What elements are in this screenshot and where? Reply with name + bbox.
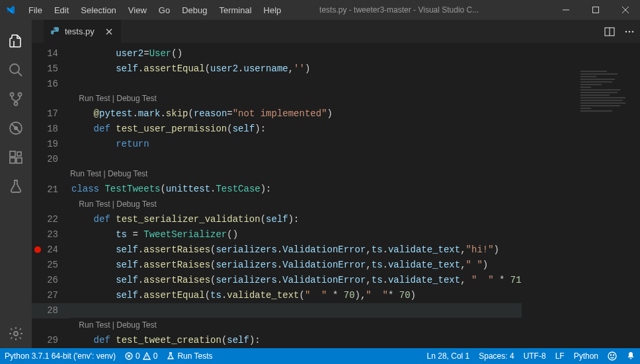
settings-gear-icon[interactable] [0,319,32,348]
window-title: tests.py - tweeter3-master - Visual Stud… [287,5,551,15]
tab-close-icon[interactable] [104,26,114,37]
svg-point-4 [15,102,18,106]
breakpoint-icon[interactable] [34,246,41,253]
minimap[interactable] [578,69,631,149]
svg-rect-7 [10,151,15,157]
debug-icon[interactable] [0,114,32,143]
window-controls [551,0,640,20]
codelens[interactable]: Run Test | Debug Test [70,318,522,333]
gutter: 14 15 16 17 18 19 20 21 22 23 24 25 26 2… [32,43,70,348]
activity-bar [0,20,32,348]
svg-point-15 [632,30,634,32]
explorer-icon[interactable] [0,26,32,55]
menu-selection[interactable]: Selection [75,3,122,18]
tab-tests-py[interactable]: tests.py [44,20,122,43]
vscode-logo-icon [5,5,16,15]
menu-bar: File Edit Selection View Go Debug Termin… [22,3,287,18]
menu-debug[interactable]: Debug [176,3,213,18]
codelens[interactable]: Run Test | Debug Test [70,91,522,106]
menu-view[interactable]: View [122,3,153,18]
codelens[interactable]: Run Test | Debug Test [70,166,522,182]
search-icon[interactable] [0,55,32,85]
tab-bar: tests.py [32,20,640,43]
status-indentation[interactable]: Spaces: 4 [474,348,518,364]
svg-point-14 [629,30,631,32]
maximize-button[interactable] [580,0,610,20]
status-eol[interactable]: LF [551,348,569,364]
svg-rect-9 [17,158,22,163]
test-icon[interactable] [0,172,32,201]
editor-actions [599,20,640,43]
status-feedback-icon[interactable] [603,348,621,364]
warning-icon [143,352,151,360]
svg-point-2 [11,93,14,96]
svg-point-17 [608,352,616,360]
status-problems[interactable]: 0 0 [120,348,162,364]
menu-help[interactable]: Help [258,3,288,18]
menu-go[interactable]: Go [153,3,176,18]
codelens[interactable]: Run Test | Debug Test [70,197,522,212]
status-encoding[interactable]: UTF-8 [519,348,551,364]
code-editor[interactable]: 14 15 16 17 18 19 20 21 22 23 24 25 26 2… [32,43,640,348]
bell-icon [626,351,635,361]
svg-point-11 [14,332,18,336]
menu-file[interactable]: File [22,3,48,18]
svg-point-3 [19,93,22,96]
code-content[interactable]: user2=User() self.assertEqual(user2.user… [70,43,522,348]
svg-point-1 [10,64,19,73]
svg-rect-10 [17,152,21,156]
status-run-tests[interactable]: Run Tests [162,348,217,364]
beaker-icon [167,352,175,360]
python-file-icon [50,26,61,37]
svg-rect-8 [10,158,15,163]
status-python-version[interactable]: Python 3.7.1 64-bit ('env': venv) [0,348,120,364]
smiley-icon [608,351,617,361]
source-control-icon[interactable] [0,85,32,114]
menu-terminal[interactable]: Terminal [213,3,257,18]
minimize-button[interactable] [551,0,580,20]
titlebar: File Edit Selection View Go Debug Termin… [0,0,640,20]
error-icon [125,352,133,360]
tab-filename: tests.py [65,26,95,36]
svg-point-13 [625,30,627,32]
svg-point-19 [613,355,614,355]
svg-rect-0 [592,7,598,13]
status-notification-icon[interactable] [621,348,640,364]
status-bar: Python 3.7.1 64-bit ('env': venv) 0 0 Ru… [0,348,640,364]
menu-edit[interactable]: Edit [48,3,75,18]
svg-point-6 [14,126,18,130]
status-language[interactable]: Python [569,348,603,364]
extensions-icon[interactable] [0,143,32,172]
svg-point-18 [610,355,611,355]
split-editor-icon[interactable] [604,26,615,37]
editor-region: tests.py 14 15 16 17 18 19 20 [32,20,640,348]
more-actions-icon[interactable] [624,26,635,37]
status-cursor-position[interactable]: Ln 28, Col 1 [422,348,475,364]
close-button[interactable] [610,0,640,20]
